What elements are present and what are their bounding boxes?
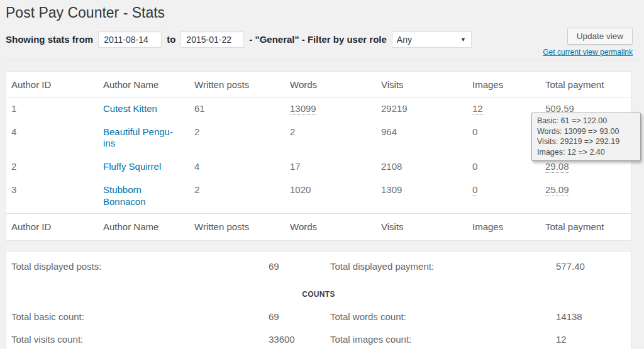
user-role-select[interactable]: Any: [392, 31, 472, 48]
displayed-posts-value: 69: [264, 252, 325, 275]
update-view-button[interactable]: Update view: [567, 28, 633, 45]
author-name-link[interactable]: Cutest Kitten: [103, 103, 157, 114]
displayed-payment-value: 577.40: [551, 252, 631, 275]
user-role-select-wrap: Any ▼: [392, 31, 472, 48]
words-tooltip-trigger[interactable]: 13099: [290, 103, 316, 115]
tooltip-line-words: Words: 13099 => 93.00: [537, 126, 635, 137]
author-id-cell: 1: [6, 97, 98, 120]
totals-table: Total displayed posts: 69 Total displaye…: [6, 252, 631, 349]
written-posts-cell: 2: [189, 179, 285, 214]
col-words: Words: [285, 72, 376, 97]
col-total-payment: Total payment: [540, 72, 631, 97]
displayed-posts-label: Total displayed posts:: [6, 252, 264, 275]
col-written-posts: Written posts: [189, 72, 285, 97]
filter-prefix-label: Showing stats from: [6, 34, 93, 45]
author-id-cell: 4: [6, 121, 98, 156]
visits-cell: 2108: [376, 155, 467, 179]
words-cell: 2: [285, 121, 376, 156]
visits-cell: 29219: [376, 97, 467, 120]
visits-cell: 1309: [376, 179, 467, 214]
words-cell: 1020: [285, 179, 376, 214]
tooltip-line-images: Images: 12 => 2.40: [537, 147, 635, 158]
images-count-value: 12: [551, 325, 631, 349]
col-written-posts: Written posts: [189, 214, 285, 241]
date-from-input[interactable]: [98, 31, 162, 48]
stats-table-foot: Author ID Author Name Written posts Word…: [6, 214, 631, 241]
page-wrap: Post Pay Counter - Stats Showing stats f…: [0, 4, 644, 349]
visits-cell: 964: [376, 121, 467, 156]
col-author-id: Author ID: [6, 72, 98, 97]
col-author-name: Author Name: [98, 72, 189, 97]
col-images: Images: [467, 214, 540, 241]
author-name-link[interactable]: Stubborn Bonnacon: [103, 184, 146, 207]
col-author-name: Author Name: [98, 214, 189, 241]
words-cell: 17: [285, 155, 376, 179]
view-actions: Update view Get current view permalink: [543, 28, 633, 57]
author-name-link[interactable]: Beautiful Pengu-ins: [103, 126, 173, 149]
author-id-cell: 2: [6, 155, 98, 179]
counts-heading: COUNTS: [6, 275, 631, 302]
table-row: 3 Stubborn Bonnacon 2 1020 1309 0 25.09: [6, 179, 631, 214]
displayed-payment-label: Total displayed payment:: [325, 252, 551, 275]
total-payment-tooltip-trigger[interactable]: 29.08: [545, 161, 569, 173]
tooltip-line-basic: Basic: 61 => 122.00: [537, 116, 635, 126]
date-to-input[interactable]: [180, 31, 244, 48]
counts-row-1: Total basic count: 69 Total words count:…: [6, 302, 631, 325]
written-posts-cell: 2: [189, 121, 285, 156]
col-visits: Visits: [376, 72, 467, 97]
counts-row-2: Total visits count: 33600 Total images c…: [6, 325, 631, 349]
header-divider: [6, 60, 639, 60]
summary-box: Total displayed posts: 69 Total displaye…: [6, 251, 631, 349]
written-posts-cell: 4: [189, 155, 285, 179]
col-words: Words: [285, 214, 376, 241]
written-posts-cell: 61: [189, 97, 285, 120]
payment-breakdown-tooltip: Basic: 61 => 122.00 Words: 13099 => 93.0…: [531, 113, 641, 161]
images-tooltip-trigger[interactable]: 12: [472, 103, 483, 115]
col-author-id: Author ID: [6, 214, 98, 241]
words-count-value: 14138: [551, 302, 631, 325]
total-payment-tooltip-trigger[interactable]: 25.09: [545, 184, 569, 196]
col-images: Images: [467, 72, 540, 97]
visits-count-value: 33600: [264, 325, 325, 349]
counts-heading-row: COUNTS: [6, 275, 631, 302]
col-total-payment: Total payment: [540, 214, 631, 241]
images-cell: 0: [467, 121, 540, 156]
images-count-label: Total images count:: [325, 325, 551, 349]
basic-count-label: Total basic count:: [6, 302, 264, 325]
filter-suffix-label: - "General" - Filter by user role: [249, 34, 386, 45]
images-cell: 0: [467, 155, 540, 179]
displayed-totals-row: Total displayed posts: 69 Total displaye…: [6, 252, 631, 275]
stats-table-head: Author ID Author Name Written posts Word…: [6, 72, 631, 97]
tooltip-line-visits: Visits: 29219 => 292.19: [537, 136, 635, 147]
footer-header-row: Author ID Author Name Written posts Word…: [6, 214, 631, 241]
visits-count-label: Total visits count:: [6, 325, 264, 349]
filter-to-label: to: [167, 34, 175, 45]
page-title: Post Pay Counter - Stats: [6, 4, 639, 23]
words-count-label: Total words count:: [325, 302, 551, 325]
basic-count-value: 69: [264, 302, 325, 325]
author-id-cell: 3: [6, 179, 98, 214]
permalink-link[interactable]: Get current view permalink: [543, 48, 633, 57]
header-row: Author ID Author Name Written posts Word…: [6, 72, 631, 97]
col-visits: Visits: [376, 214, 467, 241]
author-name-link[interactable]: Fluffy Squirrel: [103, 161, 161, 172]
images-tooltip-trigger[interactable]: 0: [472, 184, 477, 196]
